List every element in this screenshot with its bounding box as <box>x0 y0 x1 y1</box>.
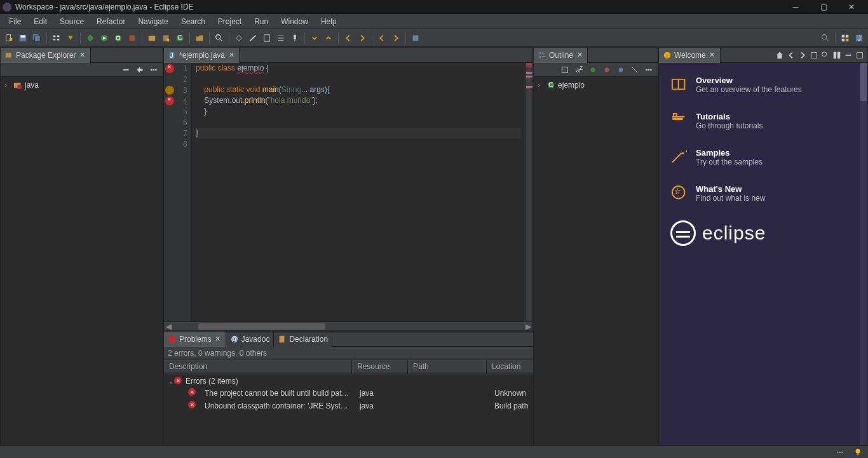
overview-ruler[interactable] <box>525 63 532 321</box>
link-with-editor-icon[interactable] <box>133 64 146 76</box>
code-editor[interactable]: 12345678 public class ejemplo { public s… <box>164 63 532 321</box>
nav-back-icon[interactable] <box>786 50 796 60</box>
layout-icon[interactable] <box>832 50 842 60</box>
col-path[interactable]: Path <box>408 360 487 374</box>
welcome-item-what-s-new[interactable]: What's NewFind out what is new <box>670 184 856 203</box>
forward-icon[interactable] <box>356 32 369 44</box>
tab-welcome[interactable]: Welcome ✕ <box>659 48 721 63</box>
collapse-all-icon[interactable] <box>119 64 132 76</box>
toggle-mark-icon[interactable] <box>233 32 245 44</box>
menu-search[interactable]: Search <box>175 15 212 28</box>
outline-item[interactable]: › C ejemplo <box>536 79 655 91</box>
expand-icon[interactable]: › <box>538 81 544 90</box>
scrollbar-thumb[interactable] <box>860 63 867 101</box>
view-menu-icon[interactable] <box>642 64 655 76</box>
eclipse-icon <box>3 3 11 11</box>
magnify-icon[interactable] <box>820 50 831 60</box>
sort-icon[interactable]: az <box>573 64 585 76</box>
close-icon[interactable]: ✕ <box>79 51 86 59</box>
save-icon[interactable] <box>17 32 29 44</box>
prev-annotation-icon[interactable] <box>322 32 335 44</box>
view-menu-icon[interactable] <box>147 64 160 76</box>
welcome-item-overview[interactable]: OverviewGet an overview of the features <box>670 76 856 94</box>
minimize-view-icon[interactable] <box>843 50 853 60</box>
tip-icon[interactable] <box>851 446 864 459</box>
menu-navigate[interactable]: Navigate <box>132 15 174 28</box>
collapse-icon[interactable]: ⌄ <box>165 377 174 386</box>
home-icon[interactable] <box>775 50 785 60</box>
svg-point-41 <box>151 69 153 71</box>
tree-item-java[interactable]: › java <box>3 79 160 91</box>
pin-editor-icon[interactable] <box>409 32 422 44</box>
search-icon[interactable] <box>213 32 226 44</box>
reduce-icon[interactable] <box>809 50 819 60</box>
menu-refactor[interactable]: Refactor <box>90 15 132 28</box>
menu-help[interactable]: Help <box>315 15 343 28</box>
tab-problems[interactable]: Problems ✕ <box>164 332 226 347</box>
hide-nonpublic-icon[interactable] <box>614 64 627 76</box>
code-area[interactable]: public class ejemplo { public static voi… <box>192 63 525 321</box>
tab-label: Problems <box>179 335 212 344</box>
close-icon[interactable]: ✕ <box>576 51 583 59</box>
new-package-icon[interactable] <box>159 32 172 44</box>
open-type-icon[interactable] <box>193 32 206 44</box>
coverage-icon[interactable] <box>112 32 125 44</box>
outline-tree[interactable]: › C ejemplo <box>534 77 658 445</box>
package-explorer-tree[interactable]: › java <box>1 77 163 445</box>
menu-source[interactable]: Source <box>53 15 90 28</box>
tab-package-explorer[interactable]: Package Explorer ✕ <box>1 48 91 63</box>
run-icon[interactable] <box>98 32 111 44</box>
close-icon[interactable]: ✕ <box>227 51 235 59</box>
open-perspective-icon[interactable] <box>839 32 851 44</box>
quick-access-icon[interactable] <box>819 32 832 44</box>
horizontal-scrollbar[interactable]: ◀ ▶ <box>164 321 532 330</box>
close-icon[interactable]: ✕ <box>709 51 716 59</box>
toggle-breadcrumb-icon[interactable] <box>50 32 63 44</box>
new-java-project-icon[interactable] <box>146 32 158 44</box>
welcome-item-samples[interactable]: SamplesTry out the samples <box>670 148 856 166</box>
menu-window[interactable]: Window <box>275 15 315 28</box>
new-icon[interactable] <box>3 32 15 44</box>
wand-icon[interactable] <box>247 32 259 44</box>
col-resource[interactable]: Resource <box>352 360 408 374</box>
hide-localtypes-icon[interactable] <box>628 64 641 76</box>
menu-edit[interactable]: Edit <box>27 15 53 28</box>
focus-icon[interactable] <box>559 64 571 76</box>
menu-project[interactable]: Project <box>212 15 248 28</box>
tab-declaration[interactable]: Declaration <box>274 332 332 347</box>
debug-icon[interactable] <box>84 32 97 44</box>
svg-point-31 <box>822 34 827 39</box>
forward-history-icon[interactable] <box>390 32 402 44</box>
nav-forward-icon[interactable] <box>797 50 808 60</box>
tab-editor-file[interactable]: J *ejemplo.java ✕ <box>164 48 240 63</box>
maximize-button[interactable]: ▢ <box>810 0 837 14</box>
tab-outline[interactable]: Outline ✕ <box>534 48 588 63</box>
pin-icon[interactable] <box>288 32 301 44</box>
link-icon[interactable] <box>64 32 77 44</box>
minimize-button[interactable]: ─ <box>782 0 810 14</box>
hide-fields-icon[interactable] <box>587 64 599 76</box>
back-history-icon[interactable] <box>376 32 388 44</box>
back-icon[interactable] <box>342 32 355 44</box>
java-perspective-icon[interactable]: J <box>853 32 865 44</box>
save-all-icon[interactable] <box>31 32 43 44</box>
view-menu-icon[interactable] <box>834 446 846 459</box>
paste-icon[interactable] <box>261 32 273 44</box>
new-class-icon[interactable]: C <box>173 32 186 44</box>
vertical-scrollbar[interactable] <box>860 63 867 445</box>
gutter[interactable]: 12345678 <box>164 63 192 321</box>
welcome-item-tutorials[interactable]: TutorialsGo through tutorials <box>670 112 856 130</box>
menu-file[interactable]: File <box>3 15 27 28</box>
next-annotation-icon[interactable] <box>308 32 321 44</box>
hide-static-icon[interactable] <box>600 64 613 76</box>
list-icon[interactable] <box>275 32 287 44</box>
external-tools-icon[interactable] <box>126 32 139 44</box>
expand-icon[interactable]: › <box>4 81 11 90</box>
maximize-view-icon[interactable] <box>855 50 865 60</box>
menu-run[interactable]: Run <box>248 15 275 28</box>
tab-javadoc[interactable]: @ Javadoc <box>226 332 275 347</box>
close-icon[interactable]: ✕ <box>214 335 222 343</box>
col-description[interactable]: Description <box>164 360 352 374</box>
close-button[interactable]: ✕ <box>837 0 865 14</box>
scrollbar-thumb[interactable] <box>198 323 325 330</box>
